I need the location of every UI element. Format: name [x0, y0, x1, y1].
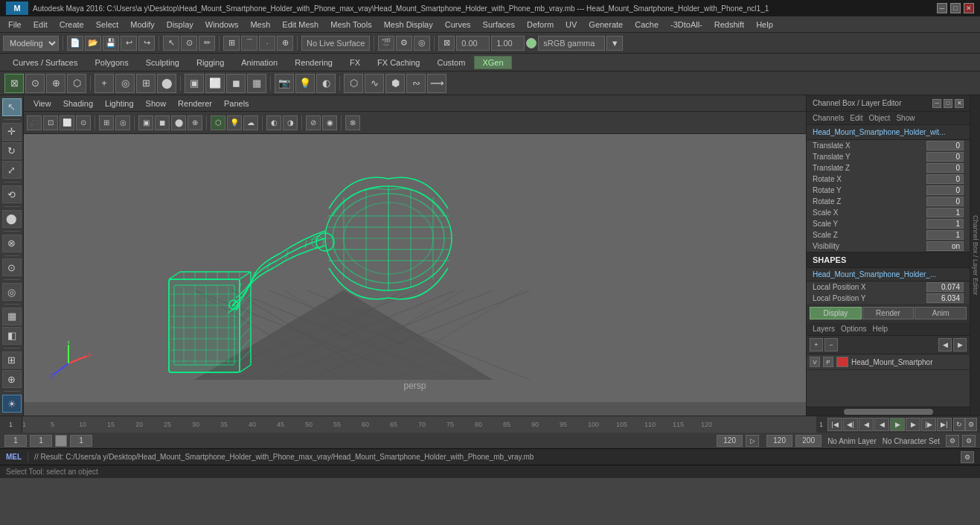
- shaded-btn[interactable]: ◼: [226, 74, 246, 93]
- select-tool-btn[interactable]: ↖: [163, 36, 179, 51]
- tab-curves-surfaces[interactable]: Curves / Surfaces: [4, 56, 86, 69]
- colorspace-swatch[interactable]: [526, 38, 537, 48]
- right-sidebar-panel[interactable]: Channel Box / Layer Editor: [970, 95, 980, 416]
- layer-arrow-right[interactable]: ▶: [953, 338, 967, 351]
- tab-xgen[interactable]: XGen: [474, 56, 511, 69]
- ch-sub-object[interactable]: Object: [869, 114, 891, 122]
- soft-select-btn[interactable]: ⬤: [157, 74, 176, 93]
- close-btn[interactable]: ✕: [964, 3, 974, 13]
- timeline-start-frame[interactable]: 1: [0, 416, 22, 433]
- lasso2-btn[interactable]: ⊙: [2, 258, 22, 276]
- prop-value[interactable]: 0: [926, 185, 964, 195]
- current-frame-input[interactable]: [4, 435, 27, 447]
- snap-point-btn[interactable]: ·: [259, 36, 275, 51]
- redo-btn[interactable]: ↪: [138, 36, 155, 51]
- scale-btn[interactable]: ⤢: [2, 161, 22, 179]
- play-back-btn[interactable]: ◀: [874, 418, 889, 431]
- next-key-btn[interactable]: ▶: [906, 418, 920, 431]
- menu-item-mesh-tools[interactable]: Mesh Tools: [325, 19, 377, 31]
- object-mode-btn[interactable]: ⬡: [67, 74, 86, 93]
- vp-display2-btn[interactable]: ◼: [155, 115, 170, 130]
- layer-row[interactable]: V P Head_Mount_Smartphor: [807, 354, 970, 370]
- tab-polygons[interactable]: Polygons: [86, 56, 136, 69]
- move-btn[interactable]: ✛: [2, 123, 22, 141]
- curve-btn[interactable]: ∾: [406, 74, 426, 93]
- xray-btn[interactable]: ☀: [2, 395, 22, 413]
- vp-display4-btn[interactable]: ⊕: [188, 115, 202, 130]
- menu-item-curves[interactable]: Curves: [440, 19, 476, 31]
- frame3-input[interactable]: [70, 435, 92, 447]
- visibility-toggle[interactable]: V: [810, 357, 820, 367]
- layer-outline-btn[interactable]: ▦: [2, 308, 22, 325]
- menu-item-windows[interactable]: Windows: [200, 19, 244, 31]
- frame-marker-btn[interactable]: ▷: [746, 435, 759, 447]
- char-settings-btn[interactable]: ⚙: [962, 435, 976, 447]
- ch-sub-edit[interactable]: Edit: [850, 114, 862, 122]
- ch-tab-anim[interactable]: Anim: [915, 307, 967, 319]
- light-btn[interactable]: 💡: [295, 74, 315, 93]
- vp-menu-lighting[interactable]: Lighting: [100, 98, 139, 109]
- vp-camera-btn[interactable]: 🎥: [27, 115, 42, 130]
- next-frame-btn[interactable]: |▶: [921, 418, 936, 431]
- prop-value[interactable]: on: [926, 241, 964, 251]
- menu-item-uv[interactable]: UV: [560, 19, 582, 31]
- panel-minimize-btn[interactable]: ─: [932, 99, 941, 108]
- snap-curve-btn[interactable]: ⌒: [241, 36, 257, 51]
- rotate-btn[interactable]: ↻: [2, 142, 22, 160]
- to-end-btn[interactable]: ▶|: [937, 418, 952, 431]
- render-view-btn[interactable]: 🎬: [378, 36, 394, 51]
- frame-color-swatch[interactable]: [55, 435, 67, 447]
- end-frame3-input[interactable]: [795, 435, 822, 447]
- playback-toggle[interactable]: P: [823, 357, 833, 367]
- pivot-btn[interactable]: ◎: [115, 74, 135, 93]
- open-file-btn[interactable]: 📂: [85, 36, 101, 51]
- menu-item-help[interactable]: Help: [751, 19, 778, 31]
- undo-btn[interactable]: ↩: [121, 36, 137, 51]
- menu-item--3dtoall-[interactable]: -3DtoAll-: [665, 19, 708, 31]
- prop-value[interactable]: 0: [926, 174, 964, 184]
- prev-frame-btn[interactable]: ◀|: [843, 418, 858, 431]
- vp-wire-btn[interactable]: ⬡: [211, 115, 225, 130]
- vp-display3-btn[interactable]: ⬤: [171, 115, 186, 130]
- prop-value[interactable]: 1: [926, 230, 964, 240]
- xform-btn[interactable]: ⊠: [438, 36, 455, 51]
- save-file-btn[interactable]: 💾: [103, 36, 119, 51]
- soft-select2-btn[interactable]: ⬤: [2, 210, 22, 228]
- panel-float-btn[interactable]: □: [944, 99, 952, 108]
- snap-grid-btn[interactable]: ⊞: [223, 36, 240, 51]
- ch-sub-show[interactable]: Show: [896, 114, 915, 122]
- frame2-input[interactable]: [30, 435, 52, 447]
- tab-rendering[interactable]: Rendering: [286, 56, 341, 69]
- universal-manip-btn[interactable]: ⟲: [2, 185, 22, 203]
- textured-btn[interactable]: ▦: [247, 74, 266, 93]
- prop-value[interactable]: 0: [926, 163, 964, 173]
- vp-frame-btn[interactable]: ⬜: [60, 115, 74, 130]
- menu-item-display[interactable]: Display: [161, 19, 199, 31]
- menu-item-file[interactable]: File: [3, 19, 27, 31]
- paint-btn[interactable]: ✏: [199, 36, 215, 51]
- prev-key-btn[interactable]: ◀: [859, 418, 874, 431]
- layer-menu-options[interactable]: Options: [841, 325, 866, 333]
- menu-item-mesh-display[interactable]: Mesh Display: [379, 19, 438, 31]
- menu-item-modify[interactable]: Modify: [125, 19, 159, 31]
- layer-arrow-left[interactable]: ◀: [938, 338, 952, 351]
- menu-item-create[interactable]: Create: [54, 19, 89, 31]
- prop-value[interactable]: 1: [926, 208, 964, 217]
- vp-isolate-btn[interactable]: ◎: [115, 115, 130, 130]
- ch-sub-channels[interactable]: Channels: [813, 114, 844, 122]
- menu-item-redshift[interactable]: Redshift: [709, 19, 749, 31]
- tab-custom[interactable]: Custom: [429, 56, 474, 69]
- timeline-ruler[interactable]: 1510152025303540455055606570758085909510…: [22, 416, 816, 433]
- vp-ao-btn[interactable]: ◐: [266, 115, 281, 130]
- subdiv-btn[interactable]: ⬢: [385, 74, 405, 93]
- tab-animation[interactable]: Animation: [233, 56, 286, 69]
- end-frame-input[interactable]: [717, 435, 743, 447]
- new-file-btn[interactable]: 📄: [67, 36, 83, 51]
- vp-dof-btn[interactable]: ◑: [283, 115, 298, 130]
- menu-item-edit-mesh[interactable]: Edit Mesh: [277, 19, 324, 31]
- display-mode-btn[interactable]: ▣: [185, 74, 204, 93]
- anim-settings-btn[interactable]: ⚙: [946, 435, 959, 447]
- polygon-btn[interactable]: ⬡: [344, 74, 363, 93]
- prop-value[interactable]: 0: [926, 197, 964, 206]
- hierarchy-btn[interactable]: ⊕: [46, 74, 65, 93]
